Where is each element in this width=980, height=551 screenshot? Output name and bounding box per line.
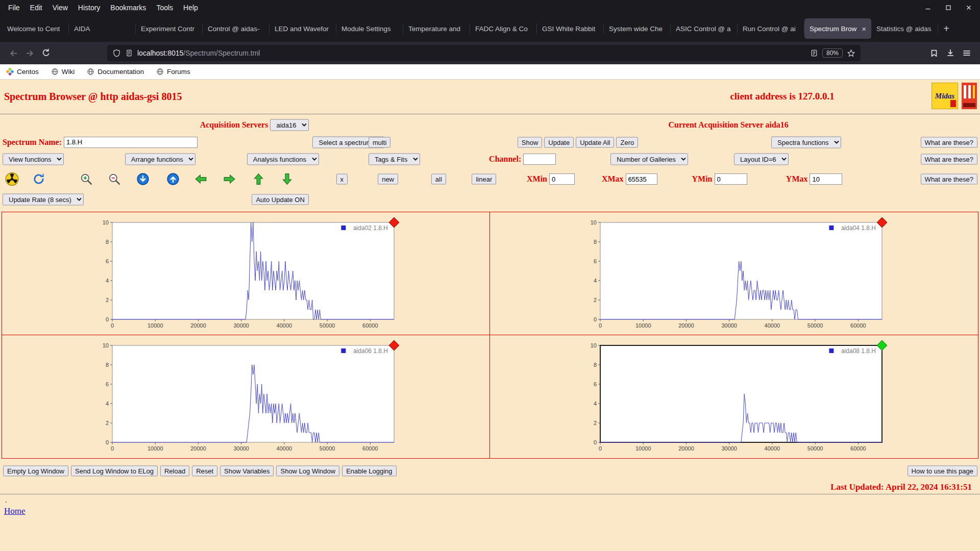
empty-log-window-button[interactable]: Empty Log Window bbox=[3, 466, 68, 477]
url-bar[interactable]: localhost:8015/Spectrum/Spectrum.tml 80% bbox=[107, 45, 861, 61]
linear-button[interactable]: linear bbox=[472, 174, 496, 185]
reader-mode-icon[interactable] bbox=[810, 49, 818, 57]
spectrum-name-input[interactable] bbox=[64, 137, 198, 148]
menu-history[interactable]: History bbox=[73, 4, 106, 12]
bookmark-forums[interactable]: Forums bbox=[156, 68, 190, 76]
update-button[interactable]: Update bbox=[544, 137, 574, 147]
spectrum-chart-aida06[interactable]: 01000020000300004000050000600000246810ai… bbox=[93, 341, 399, 460]
tab-led-and-wavefor[interactable]: LED and Wavefor bbox=[270, 18, 336, 39]
channel-input[interactable] bbox=[523, 154, 556, 165]
xmax-input[interactable] bbox=[626, 173, 657, 185]
menu-view[interactable]: View bbox=[47, 4, 73, 12]
arrow-right-icon[interactable] bbox=[223, 173, 236, 185]
tab-control-aidas-[interactable]: Control @ aidas- bbox=[203, 18, 270, 39]
radiation-icon[interactable] bbox=[5, 172, 19, 186]
tab-experiment-contr[interactable]: Experiment Contr bbox=[136, 18, 203, 39]
new-button[interactable]: new bbox=[378, 174, 398, 185]
spectrum-chart-aida04[interactable]: 01000020000300004000050000600000246810ai… bbox=[581, 218, 887, 337]
menu-help[interactable]: Help bbox=[178, 4, 203, 12]
view-functions-dropdown[interactable]: View functions bbox=[3, 153, 64, 165]
gallery-cell-aida08[interactable]: 01000020000300004000050000600000246810ai… bbox=[490, 335, 978, 458]
analysis-functions-dropdown[interactable]: Analysis functions bbox=[247, 153, 319, 165]
menu-hamburger-icon[interactable] bbox=[959, 45, 975, 61]
reload-button[interactable]: Reload bbox=[160, 466, 189, 477]
show-variables-button[interactable]: Show Variables bbox=[220, 466, 274, 477]
arrange-functions-dropdown[interactable]: Arrange functions bbox=[125, 153, 195, 165]
download-icon[interactable] bbox=[942, 45, 959, 61]
all-button[interactable]: all bbox=[431, 174, 446, 185]
layout-id-dropdown[interactable]: Layout ID=6 bbox=[734, 153, 789, 165]
reload-icon[interactable] bbox=[38, 45, 54, 61]
tab-welcome-to-cent[interactable]: Welcome to Cent bbox=[2, 18, 69, 39]
bookmark-wiki[interactable]: Wiki bbox=[51, 68, 75, 76]
spectrum-chart-aida02[interactable]: 01000020000300004000050000600000246810ai… bbox=[93, 218, 399, 337]
midas-logo[interactable]: Midas bbox=[932, 83, 958, 109]
zoom-in-icon[interactable] bbox=[80, 172, 93, 186]
show-button[interactable]: Show bbox=[518, 137, 543, 147]
auto-update-button[interactable]: Auto Update ON bbox=[252, 194, 308, 205]
what-are-these-button-1[interactable]: What are these? bbox=[921, 137, 977, 147]
show-log-window-button[interactable]: Show Log Window bbox=[276, 466, 339, 477]
tab-aida[interactable]: AIDA bbox=[69, 18, 136, 39]
ymax-input[interactable] bbox=[810, 173, 842, 185]
zoom-level-badge[interactable]: 80% bbox=[822, 48, 843, 58]
circle-arrow-up-icon[interactable] bbox=[166, 172, 180, 186]
update-rate-dropdown[interactable]: Update Rate (8 secs) bbox=[3, 193, 84, 205]
bookmark-star-icon[interactable] bbox=[847, 49, 855, 58]
enable-logging-button[interactable]: Enable Logging bbox=[342, 466, 396, 477]
send-log-window-to-elog-button[interactable]: Send Log Window to ELog bbox=[71, 466, 158, 477]
gallery-cell-aida04[interactable]: 01000020000300004000050000600000246810ai… bbox=[490, 212, 978, 335]
how-to-use-button[interactable]: How to use this page bbox=[908, 466, 977, 477]
maximize-icon[interactable] bbox=[944, 4, 952, 12]
new-tab-button[interactable]: + bbox=[938, 20, 954, 37]
gallery-cell-aida06[interactable]: 01000020000300004000050000600000246810ai… bbox=[2, 335, 490, 458]
acquisition-server-select[interactable]: aida16 bbox=[270, 119, 309, 131]
spectra-functions-dropdown[interactable]: Spectra functions bbox=[771, 136, 841, 148]
arrow-left-icon[interactable] bbox=[194, 173, 208, 185]
close-icon[interactable] bbox=[965, 4, 973, 12]
xmin-input[interactable] bbox=[549, 173, 575, 185]
forward-icon[interactable] bbox=[21, 45, 38, 61]
what-are-these-button-3[interactable]: What are these? bbox=[921, 174, 977, 185]
shield-icon[interactable] bbox=[112, 49, 121, 58]
spectrum-chart-aida08[interactable]: 01000020000300004000050000600000246810ai… bbox=[581, 341, 887, 460]
tab-statistics-aidas[interactable]: Statistics @ aidas bbox=[871, 18, 938, 39]
facility-logo[interactable] bbox=[962, 83, 977, 109]
circle-arrow-down-icon[interactable] bbox=[136, 172, 150, 186]
refresh-icon[interactable] bbox=[32, 172, 45, 186]
tab-gsi-white-rabbit[interactable]: GSI White Rabbit bbox=[537, 18, 604, 39]
multi-button[interactable]: multi bbox=[369, 137, 390, 147]
bookmark-documentation[interactable]: Documentation bbox=[87, 68, 144, 76]
arrow-up-icon[interactable] bbox=[253, 172, 264, 186]
zero-button[interactable]: Zero bbox=[616, 137, 638, 147]
minimize-icon[interactable] bbox=[924, 4, 932, 12]
what-are-these-button-2[interactable]: What are these? bbox=[921, 154, 977, 164]
tab-run-control-ai[interactable]: Run Control @ ai bbox=[738, 18, 804, 39]
tab-spectrum-brow[interactable]: Spectrum Brow× bbox=[804, 18, 871, 39]
tab-asic-control-a[interactable]: ASIC Control @ a bbox=[671, 18, 738, 39]
tab-temperature-and[interactable]: Temperature and bbox=[403, 18, 470, 39]
zoom-out-icon[interactable] bbox=[108, 172, 121, 186]
back-icon[interactable] bbox=[5, 45, 21, 61]
tags-fits-dropdown[interactable]: Tags & Fits bbox=[369, 153, 420, 165]
gallery-cell-aida02[interactable]: 01000020000300004000050000600000246810ai… bbox=[2, 212, 490, 335]
library-icon[interactable] bbox=[926, 45, 942, 61]
menu-tools[interactable]: Tools bbox=[151, 4, 178, 12]
ymin-input[interactable] bbox=[715, 173, 747, 185]
menu-file[interactable]: File bbox=[3, 4, 25, 12]
home-link[interactable]: Home bbox=[4, 506, 26, 516]
reset-button[interactable]: Reset bbox=[192, 466, 217, 477]
arrow-down-icon[interactable] bbox=[281, 172, 293, 186]
x-button[interactable]: x bbox=[336, 174, 348, 185]
tab-module-settings[interactable]: Module Settings bbox=[336, 18, 403, 39]
page-info-icon[interactable] bbox=[125, 49, 133, 57]
menu-bookmarks[interactable]: Bookmarks bbox=[105, 4, 151, 12]
tab-close-icon[interactable]: × bbox=[862, 24, 866, 33]
tab-system-wide-che[interactable]: System wide Che bbox=[604, 18, 671, 39]
menu-edit[interactable]: Edit bbox=[25, 4, 47, 12]
tab-fadc-align-co[interactable]: FADC Align & Co bbox=[470, 18, 537, 39]
update-all-button[interactable]: Update All bbox=[576, 137, 614, 147]
svg-text:0: 0 bbox=[105, 316, 108, 322]
number-of-galleries-dropdown[interactable]: Number of Galleries bbox=[610, 153, 688, 165]
bookmark-centos[interactable]: Centos bbox=[6, 68, 39, 76]
